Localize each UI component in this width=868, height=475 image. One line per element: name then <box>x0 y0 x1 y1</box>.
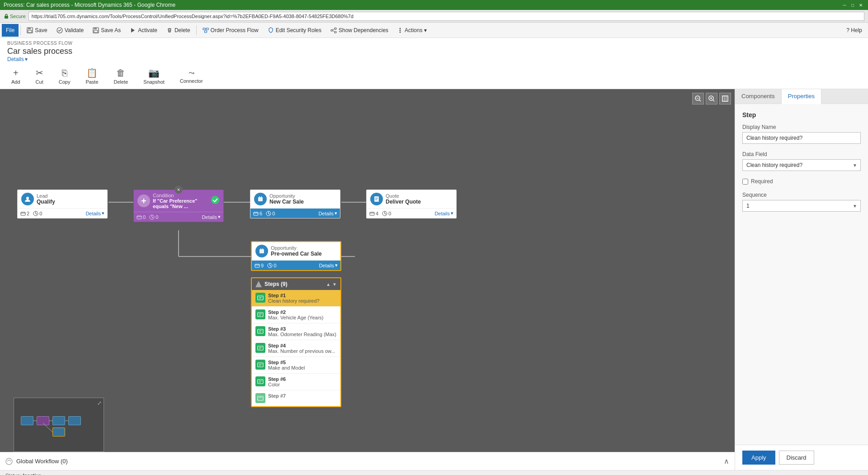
svg-rect-37 <box>21 212 25 215</box>
quote-text: Quote Deliver Quote <box>386 193 421 205</box>
panel-section-title: Step <box>742 111 861 119</box>
step-3-text: Step #3 Max. Odometer Reading (Max) <box>268 326 336 337</box>
close-button[interactable]: ✕ <box>857 1 864 9</box>
lead-text: Lead Qualify <box>37 193 55 205</box>
cut-tool[interactable]: ✂ Cut <box>32 65 47 87</box>
workflow-icon <box>5 458 13 465</box>
delete-button[interactable]: Delete <box>162 24 194 37</box>
svg-line-28 <box>699 100 701 101</box>
steps-panel: Steps (9) ▲ ▼ Step #1 Clean history requ… <box>251 277 341 407</box>
mini-node-lead <box>21 416 33 425</box>
edit-security-roles-button[interactable]: Edit Security Roles <box>264 24 326 37</box>
sort-down-button[interactable]: ▼ <box>332 282 337 287</box>
address-input[interactable] <box>28 12 864 21</box>
required-field: Required <box>742 178 861 185</box>
global-workflow-expand-button[interactable]: ∧ <box>724 457 729 466</box>
svg-rect-57 <box>259 249 264 253</box>
tab-properties[interactable]: Properties <box>782 89 821 104</box>
condition-node[interactable]: × Condition If "Car Preference" equals "… <box>133 190 224 222</box>
snapshot-tool[interactable]: 📷 Snapshot <box>139 65 168 87</box>
opportunity-preowned-details-btn[interactable]: Details ▾ <box>319 262 338 268</box>
help-button[interactable]: ? Help <box>842 24 866 37</box>
step-item-7[interactable]: Step #7 <box>252 390 340 406</box>
svg-rect-82 <box>258 396 263 400</box>
required-checkbox-wrapper: Required <box>742 178 861 185</box>
save-button[interactable]: Save <box>23 24 51 37</box>
connections-svg <box>0 89 735 470</box>
data-field-field: Data Field Clean history required? ▼ <box>742 151 861 171</box>
svg-point-17 <box>400 28 401 29</box>
discard-button[interactable]: Discard <box>779 451 814 465</box>
sequence-select[interactable]: 1 <box>742 200 861 212</box>
step-item-1[interactable]: Step #1 Clean history required? <box>252 290 340 307</box>
details-link[interactable]: Details ▾ <box>7 56 861 62</box>
global-workflow-bar: Global Workflow (0) ∧ <box>0 452 735 470</box>
step-item-6[interactable]: Step #6 Color <box>252 374 340 390</box>
delete-tool[interactable]: 🗑 Delete <box>110 66 132 87</box>
step-item-4[interactable]: Step #4 Max. Number of previous ow... <box>252 340 340 357</box>
zoom-in-button[interactable] <box>706 93 717 104</box>
data-field-select[interactable]: Clean history required? <box>742 159 861 171</box>
copy-tool[interactable]: ⎘ Copy <box>55 66 75 87</box>
status-bar: Status: Inactive <box>0 470 868 475</box>
zoom-out-button[interactable] <box>692 93 704 104</box>
title-bar-text: Process: Car sales process - Microsoft D… <box>4 2 841 8</box>
step-item-5[interactable]: Step #5 Make and Model <box>252 357 340 374</box>
condition-details-btn[interactable]: Details ▾ <box>202 214 221 220</box>
condition-counter1: 0 <box>137 214 146 220</box>
opportunity-preowned-node[interactable]: Opportunity Pre-owned Car Sale 9 0 Detai… <box>251 241 341 271</box>
save-as-button[interactable]: Save As <box>89 24 125 37</box>
condition-check-icon <box>211 195 220 206</box>
validate-button[interactable]: Validate <box>52 24 88 37</box>
panel-tabs: Components Properties <box>735 89 868 104</box>
svg-rect-10 <box>206 28 208 30</box>
file-button[interactable]: File <box>2 24 19 37</box>
paste-tool[interactable]: 📋 Paste <box>81 65 102 87</box>
opportunity-new-details-btn[interactable]: Details ▾ <box>318 210 337 216</box>
opportunity-new-icon <box>254 193 267 205</box>
top-toolbar: File Save Validate Save As Activate Dele… <box>0 23 868 38</box>
add-icon: + <box>13 68 19 78</box>
lead-qualify-node[interactable]: Lead Qualify 2 0 Details ▾ <box>17 190 108 218</box>
svg-point-88 <box>6 458 12 465</box>
activate-button[interactable]: Activate <box>126 24 161 37</box>
quote-counter2: 0 <box>382 211 391 216</box>
quote-footer: 4 0 Details ▾ <box>367 209 456 218</box>
apply-button[interactable]: Apply <box>742 451 775 465</box>
lead-details-btn[interactable]: Details ▾ <box>85 210 104 216</box>
connector-tool[interactable]: ⤳ Connector <box>176 66 207 86</box>
quote-header: Quote Deliver Quote <box>367 190 456 209</box>
sort-up-button[interactable]: ▲ <box>326 282 330 287</box>
opportunity-new-counter2: 0 <box>266 211 275 216</box>
required-checkbox[interactable] <box>742 179 748 185</box>
step-7-icon <box>255 393 265 403</box>
quote-counter1: 4 <box>369 211 378 216</box>
step-item-2[interactable]: Step #2 Max. Vehicle Age (Years) <box>252 307 340 323</box>
condition-close-button[interactable]: × <box>175 185 183 194</box>
steps-header: Steps (9) ▲ ▼ <box>252 278 340 290</box>
opportunity-new-node[interactable]: Opportunity New Car Sale 6 0 Details ▾ <box>250 190 340 218</box>
minimap-nodes <box>14 398 104 451</box>
svg-rect-7 <box>94 30 98 33</box>
maximize-button[interactable]: □ <box>849 1 856 9</box>
show-dependencies-button[interactable]: Show Dependencies <box>326 24 392 37</box>
quote-details-btn[interactable]: Details ▾ <box>434 210 453 216</box>
svg-rect-73 <box>258 346 263 350</box>
delete-label: Delete <box>114 79 128 85</box>
minimize-button[interactable]: ─ <box>841 1 848 9</box>
required-label[interactable]: Required <box>751 178 773 185</box>
minimap: ⤢ <box>14 398 104 452</box>
actions-button[interactable]: Actions ▾ <box>393 24 431 37</box>
mini-node-condition <box>37 416 49 425</box>
tab-components[interactable]: Components <box>735 89 782 104</box>
svg-rect-2 <box>28 28 31 29</box>
fit-screen-button[interactable] <box>719 93 731 104</box>
add-tool[interactable]: + Add <box>7 66 24 87</box>
display-name-input[interactable] <box>742 132 861 144</box>
svg-rect-54 <box>370 212 374 215</box>
step-item-3[interactable]: Step #3 Max. Odometer Reading (Max) <box>252 323 340 340</box>
canvas[interactable]: Lead Qualify 2 0 Details ▾ <box>0 89 735 470</box>
quote-node[interactable]: Quote Deliver Quote 4 0 Details ▾ <box>366 190 457 218</box>
svg-point-19 <box>400 31 401 33</box>
order-process-flow-button[interactable]: Order Process Flow <box>198 24 263 37</box>
